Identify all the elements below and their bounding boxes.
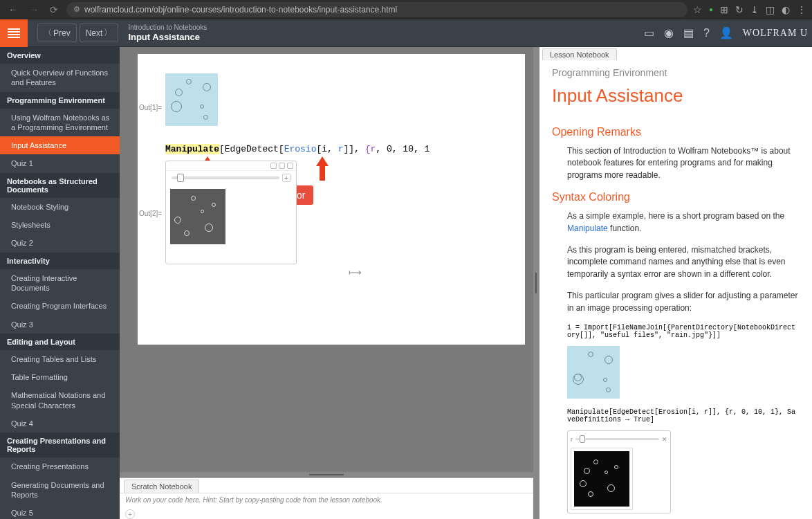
user-icon[interactable]: 👤 [719, 26, 733, 39]
manipulate-output-image [170, 189, 225, 244]
app-body: OverviewQuick Overview of Functions and … [0, 47, 812, 519]
sidebar-item[interactable]: Notebook Styling [0, 198, 120, 216]
extension-panel-icon[interactable]: ◫ [766, 4, 775, 15]
paragraph-syntax-2: As this program is being entered, mismat… [567, 244, 800, 280]
browser-back-button[interactable]: ← [6, 3, 21, 17]
wolfram-u-logo: WOLFRAM U [743, 28, 808, 39]
paragraph-remarks: This section of Introduction to Wolfram … [567, 145, 800, 181]
browser-url-text: wolframcloud.com/obj/online-courses/intr… [84, 5, 397, 15]
prev-next-nav: 〈Prev Next〉 [37, 24, 118, 42]
output-label-1: Out[1]= [139, 104, 162, 111]
help-icon[interactable]: ? [703, 27, 710, 39]
arrow-icon-2 [316, 156, 329, 181]
extension-tab-icon[interactable]: ↻ [735, 4, 744, 15]
sidebar-item[interactable]: Generating Documents and Reports [0, 476, 120, 504]
chat-icon[interactable]: ▤ [683, 26, 694, 39]
paragraph-syntax-3: This particular program gives a slider f… [567, 290, 800, 314]
timeline-marker-icon: ⟼ [349, 267, 362, 277]
lecture-slide: Out[1]= Manipulate[EdgeDetect[Erosio[i, … [138, 54, 525, 345]
horizontal-splitter[interactable] [120, 472, 533, 477]
lesson-crumb: Programming Environment [552, 67, 800, 78]
code-line: Manipulate[EdgeDetect[Erosio[i, r]], {r,… [165, 144, 430, 154]
sidebar-item[interactable]: Creating Tables and Lists [0, 350, 120, 368]
sidebar-item[interactable]: Quick Overview of Functions and Features [0, 64, 120, 92]
slider-expand-icon[interactable]: + [282, 174, 290, 182]
chevron-right-icon: 〉 [104, 27, 112, 39]
lesson-tab[interactable]: Lesson Notebook [542, 48, 617, 60]
sidebar-item[interactable]: Input Assistance [0, 136, 120, 154]
lesson-image-rain [567, 346, 800, 399]
header-actions: ▭ ◉ ▤ ? 👤 WOLFRAM U [644, 26, 812, 39]
browser-forward-button[interactable]: → [26, 3, 41, 17]
center-pane: Out[1]= Manipulate[EdgeDetect[Erosio[i, … [120, 47, 533, 519]
manipulate-panel[interactable]: + [165, 161, 297, 264]
lesson-manipulate-output [574, 451, 629, 507]
prev-button[interactable]: 〈Prev [37, 24, 77, 42]
slider-close-icon[interactable]: ✕ [662, 436, 667, 443]
sidebar-item[interactable]: Quiz 4 [0, 415, 120, 432]
sidebar-item[interactable]: Creating Presentations [0, 457, 120, 475]
sidebar-item[interactable]: Quiz 2 [0, 234, 120, 252]
output-label-2: Out[2]= [139, 210, 162, 217]
globe-icon[interactable]: ◉ [664, 26, 674, 39]
code-manipulate: Manipulate[EdgeDetect[Erosion[i, r]], {r… [567, 408, 800, 424]
extension-puzzle-icon[interactable]: ⊞ [720, 4, 728, 15]
chevron-left-icon: 〈 [44, 27, 52, 39]
sidebar-item[interactable]: Creating Program Interfaces [0, 297, 120, 315]
video-slide-area[interactable]: Out[1]= Manipulate[EdgeDetect[Erosio[i, … [120, 47, 533, 472]
lesson-notebook-pane: Lesson Notebook Programming Environment … [539, 47, 812, 519]
sidebar-item[interactable]: Quiz 3 [0, 316, 120, 334]
browser-menu-icon[interactable]: ⋮ [797, 4, 806, 15]
next-button[interactable]: Next〉 [80, 24, 119, 42]
sidebar-section[interactable]: Notebooks as Structured Documents [0, 173, 120, 198]
sidebar-item[interactable]: Mathematical Notations and Special Chara… [0, 386, 120, 415]
lesson-title: Input Assistance [552, 85, 800, 107]
output-image-rain [165, 73, 218, 126]
heading-opening-remarks: Opening Remarks [552, 126, 800, 138]
browser-extensions: ☆ ● ⊞ ↻ ⤓ ◫ ◐ ⋮ [693, 4, 806, 15]
app-header: 〈Prev Next〉 Introduction to Notebooks In… [0, 19, 812, 47]
manipulate-slider[interactable]: + [166, 171, 296, 185]
lesson-slider[interactable]: r ✕ [571, 434, 667, 445]
scratch-hint-text: Work on your code here. Hint: Start by c… [120, 493, 533, 507]
hamburger-icon [8, 28, 20, 38]
extension-download-icon[interactable]: ⤓ [750, 4, 759, 15]
extension-status-icon[interactable]: ● [709, 6, 713, 13]
sidebar-item[interactable]: Using Wolfram Notebooks as a Programming… [0, 109, 120, 137]
browser-toolbar: ← → ⟳ ⚙ wolframcloud.com/obj/online-cour… [0, 0, 812, 19]
sidebar-section[interactable]: Interactivity [0, 253, 120, 269]
scratch-tab[interactable]: Scratch Notebook [124, 480, 199, 493]
paragraph-syntax-1: As a simple example, here is a short pro… [567, 210, 800, 235]
screen-icon[interactable]: ▭ [644, 26, 654, 39]
profile-avatar-icon[interactable]: ◐ [782, 4, 790, 15]
heading-syntax-coloring: Syntax Coloring [552, 191, 800, 203]
breadcrumb: Introduction to Notebooks Input Assistan… [128, 24, 207, 43]
sidebar-item[interactable]: Creating Interactive Documents [0, 269, 120, 298]
lesson-manipulate-panel[interactable]: r ✕ [567, 430, 671, 513]
manipulate-toolbar [166, 161, 296, 171]
sidebar-section[interactable]: Programming Environment [0, 92, 120, 109]
sidebar-item[interactable]: Table Formatting [0, 368, 120, 386]
course-name: Introduction to Notebooks [128, 24, 207, 32]
browser-url-bar[interactable]: ⚙ wolframcloud.com/obj/online-courses/in… [66, 2, 688, 17]
sidebar-section[interactable]: Overview [0, 47, 120, 64]
site-info-icon[interactable]: ⚙ [73, 5, 80, 14]
bookmark-icon[interactable]: ☆ [693, 4, 702, 15]
menu-logo-button[interactable] [0, 19, 28, 47]
sidebar-nav[interactable]: OverviewQuick Overview of Functions and … [0, 47, 120, 519]
sidebar-item[interactable]: Stylesheets [0, 216, 120, 234]
manipulate-link[interactable]: Manipulate [567, 224, 608, 233]
vertical-splitter[interactable] [533, 47, 539, 519]
sidebar-item[interactable]: Quiz 1 [0, 154, 120, 172]
add-cell-button[interactable]: + [125, 509, 135, 519]
sidebar-section[interactable]: Editing and Layout [0, 334, 120, 350]
code-import: i = Import[FileNameJoin[{ParentDirectory… [567, 324, 800, 339]
sidebar-item[interactable]: Quiz 5 [0, 504, 120, 519]
scratch-notebook-pane: Scratch Notebook Work on your code here.… [120, 477, 533, 519]
page-title: Input Assistance [128, 32, 207, 43]
browser-reload-button[interactable]: ⟳ [47, 3, 61, 17]
sidebar-section[interactable]: Creating Presentations and Reports [0, 432, 120, 457]
lesson-content[interactable]: Programming Environment Input Assistance… [539, 60, 812, 519]
